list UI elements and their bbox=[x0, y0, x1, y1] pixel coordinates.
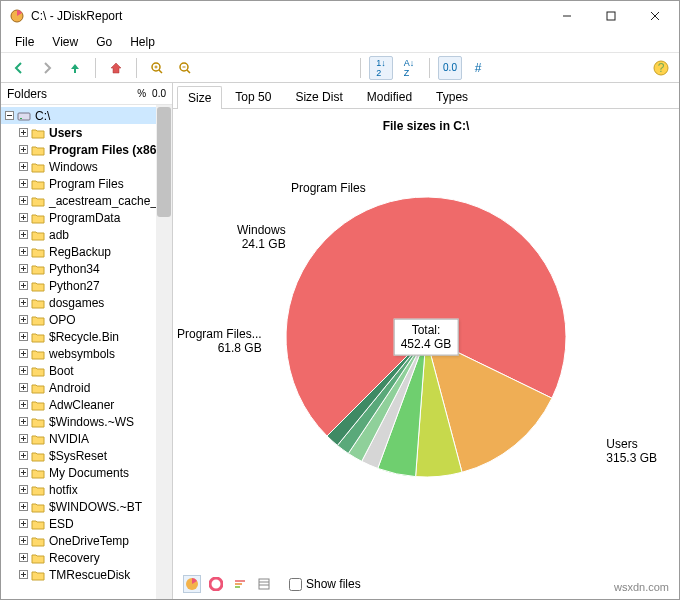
expand-icon[interactable] bbox=[17, 144, 29, 156]
expand-icon[interactable] bbox=[17, 450, 29, 462]
column-size[interactable]: 0.0 bbox=[152, 88, 166, 99]
tree-item[interactable]: NVIDIA bbox=[1, 430, 172, 447]
format-size-button[interactable]: 0.0 bbox=[438, 56, 462, 80]
zoom-out-button[interactable] bbox=[173, 56, 197, 80]
tree-item[interactable]: AdwCleaner bbox=[1, 396, 172, 413]
column-percent[interactable]: % bbox=[137, 88, 146, 99]
expand-icon[interactable] bbox=[17, 467, 29, 479]
tab-top-50[interactable]: Top 50 bbox=[224, 85, 282, 108]
show-files-checkbox[interactable]: Show files bbox=[289, 577, 361, 591]
tree-item[interactable]: adb bbox=[1, 226, 172, 243]
tree-item[interactable]: Program Files (x86) bbox=[1, 141, 172, 158]
folder-tree[interactable]: C:\ UsersProgram Files (x86)WindowsProgr… bbox=[1, 105, 172, 599]
help-button[interactable]: ? bbox=[649, 56, 673, 80]
tree-item[interactable]: $Windows.~WS bbox=[1, 413, 172, 430]
view-pie-button[interactable] bbox=[183, 575, 201, 593]
expand-icon[interactable] bbox=[17, 229, 29, 241]
menubar: File View Go Help bbox=[1, 31, 679, 53]
menu-go[interactable]: Go bbox=[88, 33, 120, 51]
expand-icon[interactable] bbox=[17, 535, 29, 547]
expand-icon[interactable] bbox=[17, 246, 29, 258]
tree-item[interactable]: My Documents bbox=[1, 464, 172, 481]
expand-icon[interactable] bbox=[17, 399, 29, 411]
pie-chart[interactable]: Total: 452.4 GB Users315.3 GB Program Fi… bbox=[173, 137, 679, 537]
tree-item[interactable]: $SysReset bbox=[1, 447, 172, 464]
tree-item-label: TMRescueDisk bbox=[49, 568, 130, 582]
expand-icon[interactable] bbox=[17, 416, 29, 428]
tree-item[interactable]: Windows bbox=[1, 158, 172, 175]
expand-icon[interactable] bbox=[17, 263, 29, 275]
tree-item[interactable]: ProgramData bbox=[1, 209, 172, 226]
tab-size[interactable]: Size bbox=[177, 86, 222, 109]
tree-item[interactable]: websymbols bbox=[1, 345, 172, 362]
expand-icon[interactable] bbox=[17, 484, 29, 496]
tree-item[interactable]: Android bbox=[1, 379, 172, 396]
tree-item[interactable]: Boot bbox=[1, 362, 172, 379]
expand-icon[interactable] bbox=[17, 501, 29, 513]
folder-icon bbox=[31, 518, 45, 530]
tab-modified[interactable]: Modified bbox=[356, 85, 423, 108]
svg-line-10 bbox=[187, 70, 190, 73]
tree-item[interactable]: Users bbox=[1, 124, 172, 141]
tree-item[interactable]: OPO bbox=[1, 311, 172, 328]
expand-icon[interactable] bbox=[17, 518, 29, 530]
nav-forward-button[interactable] bbox=[35, 56, 59, 80]
tree-item[interactable]: _acestream_cache_ bbox=[1, 192, 172, 209]
expand-icon[interactable] bbox=[17, 569, 29, 581]
zoom-in-button[interactable] bbox=[145, 56, 169, 80]
collapse-icon[interactable] bbox=[3, 110, 15, 122]
tree-item[interactable]: RegBackup bbox=[1, 243, 172, 260]
sort-by-name-button[interactable]: A↓Z bbox=[397, 56, 421, 80]
tree-item[interactable]: Python27 bbox=[1, 277, 172, 294]
expand-icon[interactable] bbox=[17, 178, 29, 190]
tree-item[interactable]: TMRescueDisk bbox=[1, 566, 172, 583]
expand-icon[interactable] bbox=[17, 552, 29, 564]
show-files-input[interactable] bbox=[289, 578, 302, 591]
expand-icon[interactable] bbox=[17, 212, 29, 224]
view-bar-button[interactable] bbox=[231, 575, 249, 593]
expand-icon[interactable] bbox=[17, 195, 29, 207]
tree-item[interactable]: ESD bbox=[1, 515, 172, 532]
expand-icon[interactable] bbox=[17, 331, 29, 343]
format-count-button[interactable]: # bbox=[466, 56, 490, 80]
expand-icon[interactable] bbox=[17, 348, 29, 360]
tree-root[interactable]: C:\ bbox=[1, 107, 172, 124]
tree-item[interactable]: $Recycle.Bin bbox=[1, 328, 172, 345]
expand-icon[interactable] bbox=[17, 161, 29, 173]
expand-icon[interactable] bbox=[17, 314, 29, 326]
menu-view[interactable]: View bbox=[44, 33, 86, 51]
tree-item[interactable]: dosgames bbox=[1, 294, 172, 311]
view-table-button[interactable] bbox=[255, 575, 273, 593]
tree-scrollbar-thumb[interactable] bbox=[157, 107, 171, 217]
tree-item[interactable]: Program Files bbox=[1, 175, 172, 192]
svg-rect-104 bbox=[259, 579, 269, 589]
menu-help[interactable]: Help bbox=[122, 33, 163, 51]
tree-item[interactable]: $WINDOWS.~BT bbox=[1, 498, 172, 515]
tree-item-label: $SysReset bbox=[49, 449, 107, 463]
tree-item[interactable]: OneDriveTemp bbox=[1, 532, 172, 549]
tab-size-dist[interactable]: Size Dist bbox=[284, 85, 353, 108]
svg-rect-102 bbox=[235, 583, 242, 585]
tree-item[interactable]: Python34 bbox=[1, 260, 172, 277]
expand-icon[interactable] bbox=[17, 382, 29, 394]
close-button[interactable] bbox=[633, 2, 677, 30]
tree-scrollbar[interactable] bbox=[156, 105, 172, 599]
toolbar-separator bbox=[360, 58, 361, 78]
tab-types[interactable]: Types bbox=[425, 85, 479, 108]
view-ring-button[interactable] bbox=[207, 575, 225, 593]
maximize-button[interactable] bbox=[589, 2, 633, 30]
expand-icon[interactable] bbox=[17, 297, 29, 309]
expand-icon[interactable] bbox=[17, 280, 29, 292]
folder-icon bbox=[31, 365, 45, 377]
tree-item[interactable]: hotfix bbox=[1, 481, 172, 498]
expand-icon[interactable] bbox=[17, 127, 29, 139]
menu-file[interactable]: File bbox=[7, 33, 42, 51]
expand-icon[interactable] bbox=[17, 365, 29, 377]
home-button[interactable] bbox=[104, 56, 128, 80]
tree-item[interactable]: Recovery bbox=[1, 549, 172, 566]
sort-by-size-button[interactable]: 1↓2 bbox=[369, 56, 393, 80]
nav-up-button[interactable] bbox=[63, 56, 87, 80]
expand-icon[interactable] bbox=[17, 433, 29, 445]
minimize-button[interactable] bbox=[545, 2, 589, 30]
nav-back-button[interactable] bbox=[7, 56, 31, 80]
